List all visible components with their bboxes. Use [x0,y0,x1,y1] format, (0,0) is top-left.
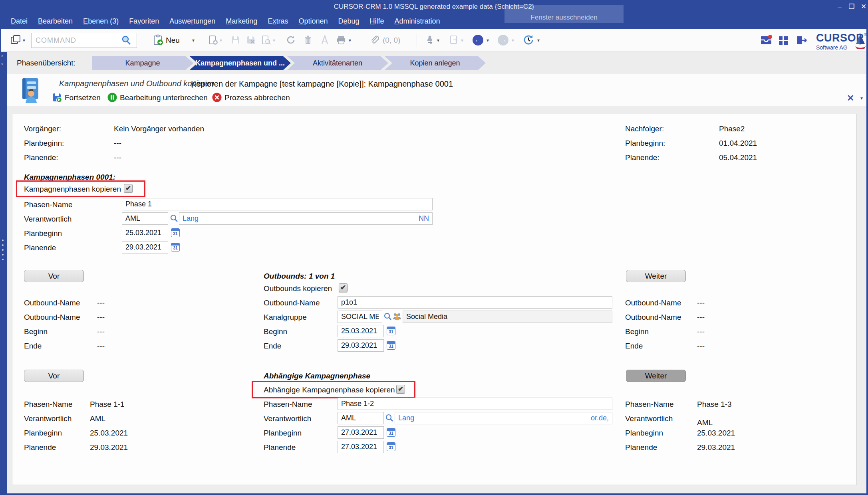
print-icon[interactable] [336,35,346,47]
drag-handle-dot[interactable] [2,259,4,260]
planende-value: --- [114,153,121,162]
menu-debug[interactable]: Debug [334,16,363,27]
phase-step-kopien-anlegen[interactable]: Kopien anlegen [384,56,486,70]
planende-input[interactable] [338,441,384,453]
beginn-value: --- [97,327,105,336]
vor-button-outbound[interactable]: Vor [24,270,84,282]
phasen-name-input[interactable] [122,198,433,210]
phasen-name-value: Phase 1-3 [697,400,732,409]
planende-label: Planende [24,443,56,452]
person-export-icon[interactable] [425,35,435,47]
ende-input[interactable] [338,339,384,352]
kanalgruppe-lookup-icon[interactable] [383,312,392,321]
calendar-icon[interactable] [171,228,180,237]
outbound-name-input[interactable] [338,296,612,309]
kampagnenphasen-kopieren-checkbox[interactable]: ✔ [124,184,133,193]
side-collapse-strip[interactable] [1,52,7,493]
maximize-button[interactable]: ❒ [846,2,858,12]
print-caret-icon[interactable]: ▾ [349,38,351,43]
neu-button[interactable]: Neu [166,36,180,45]
drag-handle-dot[interactable] [2,244,4,246]
menu-ebenen[interactable]: Ebenen (3) [79,16,123,27]
planende-label: Planende [264,443,296,452]
verantwortlich-label: Verantwortlich [24,414,72,423]
command-search-icon[interactable] [121,35,131,47]
verantwortlich-lookup-icon[interactable] [385,414,394,422]
prozess-abbrechen-button[interactable]: Prozess abbrechen [224,93,290,102]
verantwortlich-link-field[interactable]: Lang NN [179,212,433,225]
history-caret-icon[interactable]: ▾ [537,38,540,43]
outbounds-kopieren-checkbox[interactable]: ✔ [339,283,348,292]
bearbeitung-unterbrechen-button[interactable]: Bearbeitung unterbrechen [120,93,208,102]
menu-marketing[interactable]: Marketing [221,16,262,27]
verantwortlich-link-field[interactable]: Lang or.de, [395,412,612,424]
weiter-button-dependent[interactable]: Weiter [626,370,686,382]
neu-caret-icon[interactable]: ▾ [192,38,195,43]
planende-input[interactable] [122,241,168,253]
collapse-left-icon[interactable]: ‹ [1,53,3,59]
navigate-back-caret-icon[interactable]: ▾ [487,38,489,43]
verantwortlich-link-left[interactable]: Lang [183,214,199,223]
phase-step-kampagne[interactable]: Kampagne [92,56,193,70]
planbeginn-input[interactable] [338,426,384,439]
doc-export-icon [449,35,459,47]
drag-handle-dot[interactable] [2,240,4,241]
refresh-icon[interactable] [286,35,296,47]
verantwortlich-link-left[interactable]: Lang [398,414,414,422]
panel-close-caret-icon[interactable]: ▾ [860,95,863,101]
phase-overview-label: Phasenübersicht: [17,59,75,67]
person-export-caret-icon[interactable]: ▾ [437,38,439,43]
phasen-name-input[interactable] [338,398,612,410]
verantwortlich-code-input[interactable] [122,212,168,225]
menu-bearbeiten[interactable]: Bearbeiten [34,16,77,27]
menu-administration[interactable]: Administration [390,16,445,27]
fortsetzen-button[interactable]: Fortsetzen [65,93,101,102]
weiter-button-outbound[interactable]: Weiter [626,270,686,282]
menu-hilfe[interactable]: Hilfe [365,16,389,27]
copy-record-icon[interactable] [208,35,218,47]
planbeginn-label: Planbeginn [24,229,62,238]
planbeginn-label: Planbeginn: [24,139,64,148]
neu-icon[interactable] [152,34,163,47]
navigate-back-icon[interactable]: ← [473,35,483,46]
window-stack-caret-icon[interactable]: ▾ [23,38,25,43]
calendar-icon[interactable] [387,341,395,350]
phase-step-kampagnenphasen[interactable]: Kampagnenphasen und ... [189,56,291,70]
toolbar: ▾ Neu ▾ ▾ ▾ [1,29,866,52]
calendar-icon[interactable] [171,243,180,251]
snip-overlay: Fenster ausschneiden [505,5,624,23]
logout-icon[interactable] [795,35,808,48]
calendar-icon[interactable] [387,442,395,451]
menu-datei[interactable]: Datei [6,16,32,27]
save-cancel-icon [246,35,256,47]
delete-icon[interactable] [303,35,313,47]
menu-auswertungen[interactable]: Auswertungen [165,16,220,27]
history-icon[interactable] [523,34,534,47]
menu-extras[interactable]: Extras [263,16,292,27]
verantwortlich-link-right[interactable]: or.de, [591,414,609,422]
verantwortlich-lookup-icon[interactable] [170,214,179,223]
attachment-icon[interactable] [369,35,380,47]
panel-close-icon[interactable]: ✕ [847,93,854,103]
copy-record-caret-icon[interactable]: ▾ [220,38,222,43]
inbox-icon[interactable] [759,34,773,48]
beginn-input[interactable] [338,325,384,337]
verantwortlich-link-right[interactable]: NN [419,214,429,223]
calendar-icon[interactable] [387,327,395,335]
planbeginn-input[interactable] [122,227,168,239]
verantwortlich-code-input[interactable] [338,412,384,424]
vor-button-dependent[interactable]: Vor [24,370,84,382]
tiles-icon[interactable] [778,35,789,48]
menu-favoriten[interactable]: Favoriten [125,16,163,27]
calendar-icon[interactable] [387,428,395,437]
phasen-name-value: Phase 1-1 [90,400,125,409]
phase-step-aktivitaetenarten[interactable]: Aktivitätenarten [287,56,388,70]
drag-handle-dot[interactable] [2,254,4,255]
menu-optionen[interactable]: Optionen [294,16,332,27]
drag-handle-dot[interactable] [2,249,4,251]
kanalgruppe-code-input[interactable] [338,311,382,323]
abhaengige-kopieren-checkbox[interactable]: ✔ [396,385,405,394]
minimize-button[interactable]: – [834,2,846,12]
expand-right-icon[interactable]: › [1,61,3,67]
window-stack-icon[interactable] [10,34,21,47]
